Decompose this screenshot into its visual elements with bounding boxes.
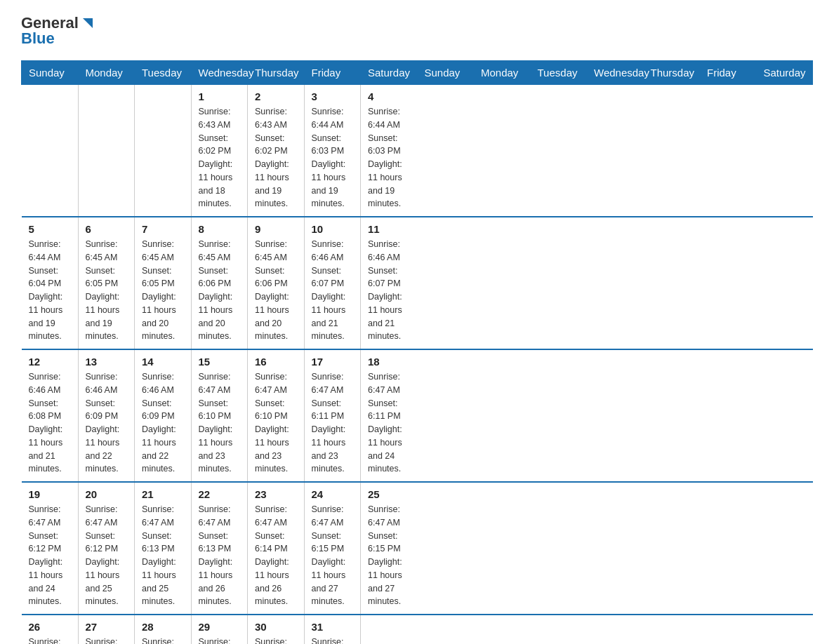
header-monday: Monday (78, 61, 135, 85)
calendar-cell: 28Sunrise: 6:47 AMSunset: 6:17 PMDayligh… (135, 615, 192, 644)
day-number: 31 (312, 621, 354, 633)
day-info: Sunrise: 6:45 AMSunset: 6:05 PMDaylight:… (86, 238, 128, 343)
calendar-cell: 17Sunrise: 6:47 AMSunset: 6:11 PMDayligh… (304, 349, 361, 482)
day-info: Sunrise: 6:46 AMSunset: 6:07 PMDaylight:… (312, 238, 354, 343)
day-number: 1 (199, 90, 241, 102)
day-info: Sunrise: 6:47 AMSunset: 6:15 PMDaylight:… (368, 503, 410, 608)
day-number: 18 (368, 356, 410, 368)
day-number: 30 (255, 621, 297, 633)
col-header-monday: Monday (474, 61, 531, 85)
col-header-friday: Friday (700, 61, 757, 85)
day-number: 25 (368, 488, 410, 500)
calendar-cell: 15Sunrise: 6:47 AMSunset: 6:10 PMDayligh… (191, 349, 248, 482)
day-info: Sunrise: 6:47 AMSunset: 6:14 PMDaylight:… (255, 503, 297, 608)
calendar-cell: 19Sunrise: 6:47 AMSunset: 6:12 PMDayligh… (22, 482, 79, 615)
day-info: Sunrise: 6:46 AMSunset: 6:09 PMDaylight:… (86, 370, 128, 476)
calendar-cell (361, 615, 418, 644)
calendar-cell (22, 85, 79, 217)
day-number: 29 (199, 621, 241, 633)
header-wednesday: Wednesday (191, 61, 248, 85)
day-number: 12 (29, 356, 71, 368)
day-info: Sunrise: 6:47 AMSunset: 6:11 PMDaylight:… (312, 370, 354, 476)
day-number: 5 (29, 223, 71, 235)
calendar-cell: 21Sunrise: 6:47 AMSunset: 6:13 PMDayligh… (135, 482, 192, 615)
day-info: Sunrise: 6:45 AMSunset: 6:06 PMDaylight:… (199, 238, 241, 343)
day-info: Sunrise: 6:44 AMSunset: 6:03 PMDaylight:… (368, 105, 410, 210)
day-info: Sunrise: 6:47 AMSunset: 6:17 PMDaylight:… (199, 636, 241, 644)
day-number: 20 (86, 488, 128, 500)
day-info: Sunrise: 6:47 AMSunset: 6:18 PMDaylight:… (312, 636, 354, 644)
day-number: 13 (86, 356, 128, 368)
day-info: Sunrise: 6:47 AMSunset: 6:17 PMDaylight:… (142, 636, 184, 644)
day-number: 26 (29, 621, 71, 633)
header-saturday: Saturday (361, 61, 418, 85)
logo: General Blue (21, 14, 95, 48)
day-number: 8 (199, 223, 241, 235)
calendar-cell: 22Sunrise: 6:47 AMSunset: 6:13 PMDayligh… (191, 482, 248, 615)
day-info: Sunrise: 6:47 AMSunset: 6:10 PMDaylight:… (255, 370, 297, 476)
calendar-week-1: 1Sunrise: 6:43 AMSunset: 6:02 PMDaylight… (22, 85, 813, 217)
day-info: Sunrise: 6:45 AMSunset: 6:05 PMDaylight:… (142, 238, 184, 343)
day-number: 11 (368, 223, 410, 235)
logo-blue-text: Blue (21, 29, 55, 48)
day-number: 16 (255, 356, 297, 368)
day-info: Sunrise: 6:44 AMSunset: 6:04 PMDaylight:… (29, 238, 71, 343)
calendar-cell: 2Sunrise: 6:43 AMSunset: 6:02 PMDaylight… (248, 85, 305, 217)
day-info: Sunrise: 6:47 AMSunset: 6:10 PMDaylight:… (199, 370, 241, 476)
day-number: 7 (142, 223, 184, 235)
day-info: Sunrise: 6:47 AMSunset: 6:13 PMDaylight:… (199, 503, 241, 608)
header-sunday: Sunday (22, 61, 79, 85)
calendar-week-4: 19Sunrise: 6:47 AMSunset: 6:12 PMDayligh… (22, 482, 813, 615)
calendar-cell: 8Sunrise: 6:45 AMSunset: 6:06 PMDaylight… (191, 217, 248, 349)
day-number: 23 (255, 488, 297, 500)
day-number: 14 (142, 356, 184, 368)
day-info: Sunrise: 6:43 AMSunset: 6:02 PMDaylight:… (255, 105, 297, 210)
day-number: 27 (86, 621, 128, 633)
calendar-cell: 16Sunrise: 6:47 AMSunset: 6:10 PMDayligh… (248, 349, 305, 482)
calendar-cell (135, 85, 192, 217)
calendar-cell: 9Sunrise: 6:45 AMSunset: 6:06 PMDaylight… (248, 217, 305, 349)
calendar-cell: 23Sunrise: 6:47 AMSunset: 6:14 PMDayligh… (248, 482, 305, 615)
day-number: 21 (142, 488, 184, 500)
day-info: Sunrise: 6:47 AMSunset: 6:11 PMDaylight:… (368, 370, 410, 476)
day-info: Sunrise: 6:47 AMSunset: 6:12 PMDaylight:… (86, 503, 128, 608)
day-info: Sunrise: 6:43 AMSunset: 6:02 PMDaylight:… (199, 105, 241, 210)
calendar-cell: 24Sunrise: 6:47 AMSunset: 6:15 PMDayligh… (304, 482, 361, 615)
day-info: Sunrise: 6:47 AMSunset: 6:13 PMDaylight:… (142, 503, 184, 608)
calendar-cell: 11Sunrise: 6:46 AMSunset: 6:07 PMDayligh… (361, 217, 418, 349)
day-info: Sunrise: 6:47 AMSunset: 6:15 PMDaylight:… (312, 503, 354, 608)
calendar-cell: 20Sunrise: 6:47 AMSunset: 6:12 PMDayligh… (78, 482, 135, 615)
svg-marker-0 (83, 18, 93, 28)
day-info: Sunrise: 6:47 AMSunset: 6:12 PMDaylight:… (29, 503, 71, 608)
calendar-cell: 13Sunrise: 6:46 AMSunset: 6:09 PMDayligh… (78, 349, 135, 482)
col-header-thursday: Thursday (643, 61, 700, 85)
calendar-header-row: SundayMondayTuesdayWednesdayThursdayFrid… (22, 61, 813, 85)
day-info: Sunrise: 6:47 AMSunset: 6:17 PMDaylight:… (255, 636, 297, 644)
day-number: 9 (255, 223, 297, 235)
day-number: 17 (312, 356, 354, 368)
header-friday: Friday (304, 61, 361, 85)
col-header-sunday: Sunday (417, 61, 474, 85)
calendar-cell: 31Sunrise: 6:47 AMSunset: 6:18 PMDayligh… (304, 615, 361, 644)
day-info: Sunrise: 6:46 AMSunset: 6:09 PMDaylight:… (142, 370, 184, 476)
calendar-cell: 18Sunrise: 6:47 AMSunset: 6:11 PMDayligh… (361, 349, 418, 482)
day-number: 10 (312, 223, 354, 235)
calendar-cell: 14Sunrise: 6:46 AMSunset: 6:09 PMDayligh… (135, 349, 192, 482)
day-number: 24 (312, 488, 354, 500)
day-number: 6 (86, 223, 128, 235)
col-header-saturday: Saturday (756, 61, 813, 85)
calendar-cell: 30Sunrise: 6:47 AMSunset: 6:17 PMDayligh… (248, 615, 305, 644)
day-info: Sunrise: 6:45 AMSunset: 6:06 PMDaylight:… (255, 238, 297, 343)
calendar-cell: 27Sunrise: 6:47 AMSunset: 6:16 PMDayligh… (78, 615, 135, 644)
day-info: Sunrise: 6:44 AMSunset: 6:03 PMDaylight:… (312, 105, 354, 210)
calendar-cell: 25Sunrise: 6:47 AMSunset: 6:15 PMDayligh… (361, 482, 418, 615)
header-thursday: Thursday (248, 61, 305, 85)
calendar-cell: 26Sunrise: 6:47 AMSunset: 6:16 PMDayligh… (22, 615, 79, 644)
calendar-cell (78, 85, 135, 217)
calendar-cell: 10Sunrise: 6:46 AMSunset: 6:07 PMDayligh… (304, 217, 361, 349)
calendar-table: SundayMondayTuesdayWednesdayThursdayFrid… (21, 60, 813, 644)
page-header: General Blue (21, 14, 813, 48)
day-info: Sunrise: 6:47 AMSunset: 6:16 PMDaylight:… (29, 636, 71, 644)
calendar-cell: 5Sunrise: 6:44 AMSunset: 6:04 PMDaylight… (22, 217, 79, 349)
calendar-cell: 12Sunrise: 6:46 AMSunset: 6:08 PMDayligh… (22, 349, 79, 482)
